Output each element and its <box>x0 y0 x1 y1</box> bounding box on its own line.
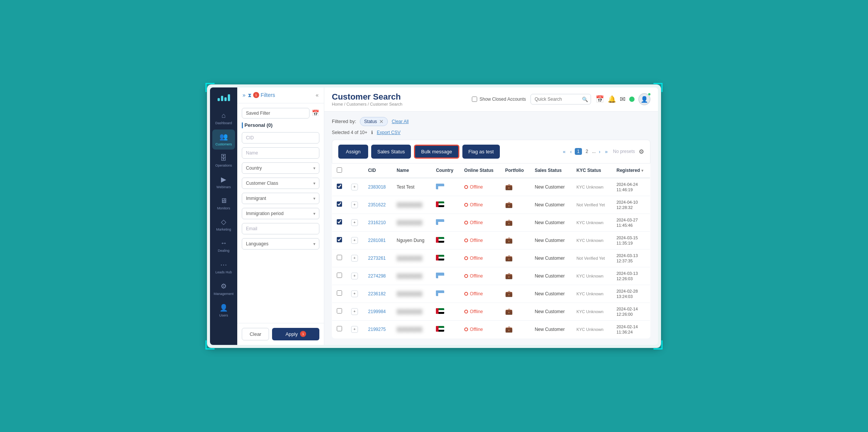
row-portfolio-cell[interactable]: 💼 <box>501 303 530 320</box>
assign-button[interactable]: Assign <box>338 145 368 159</box>
row-checkbox-cell[interactable] <box>332 214 347 231</box>
row-checkbox-cell[interactable] <box>332 267 347 285</box>
header-select-all[interactable] <box>332 164 347 178</box>
header-portfolio[interactable]: Portfolio <box>501 164 530 178</box>
expand-row-button[interactable]: + <box>351 219 358 226</box>
name-input[interactable] <box>242 147 319 159</box>
header-registered[interactable]: Registered ▾ <box>612 164 650 178</box>
expand-filters-button[interactable]: » <box>243 92 246 98</box>
row-checkbox-cell[interactable] <box>332 303 347 320</box>
row-checkbox[interactable] <box>337 290 342 296</box>
header-name[interactable]: Name <box>392 164 431 178</box>
row-checkbox-cell[interactable] <box>332 249 347 267</box>
select-all-checkbox[interactable] <box>337 167 342 173</box>
immigration-period-select[interactable]: Immigration period <box>242 208 319 219</box>
header-cid[interactable]: CID <box>364 164 392 178</box>
row-portfolio-cell[interactable]: 💼 <box>501 285 530 303</box>
row-expand-cell[interactable]: + <box>347 267 364 285</box>
first-page-button[interactable]: « <box>561 148 567 155</box>
row-expand-cell[interactable]: + <box>347 320 364 338</box>
row-checkbox-cell[interactable] <box>332 285 347 303</box>
sidebar-item-operations[interactable]: 🗄 Operations <box>212 151 235 171</box>
bulk-message-button[interactable]: Bulk message <box>414 145 459 159</box>
settings-gear-button[interactable]: ⚙ <box>639 148 644 155</box>
notifications-icon-button[interactable]: 🔔 <box>608 95 616 103</box>
row-expand-cell[interactable]: + <box>347 196 364 214</box>
cid-link[interactable]: 2199984 <box>368 309 386 314</box>
cid-link[interactable]: 2273261 <box>368 256 386 261</box>
clear-all-button[interactable]: Clear All <box>392 119 409 124</box>
row-checkbox-cell[interactable] <box>332 231 347 249</box>
sidebar-item-webinars[interactable]: ▶ Webinars <box>212 172 235 192</box>
sidebar-item-marketing[interactable]: ◇ Marketing <box>212 215 235 235</box>
row-expand-cell[interactable]: + <box>347 285 364 303</box>
cid-link[interactable]: 2316210 <box>368 220 386 225</box>
last-page-button[interactable]: » <box>604 148 609 155</box>
remove-filter-icon[interactable]: ✕ <box>379 119 384 124</box>
next-page-button[interactable]: › <box>597 148 602 155</box>
row-portfolio-cell[interactable]: 💼 <box>501 178 530 196</box>
row-checkbox[interactable] <box>337 184 342 189</box>
row-expand-cell[interactable]: + <box>347 178 364 196</box>
row-checkbox[interactable] <box>337 326 342 331</box>
sidebar-item-monitors[interactable]: 🖥 Monitors <box>212 194 235 214</box>
apply-button[interactable]: Apply 1 <box>272 328 319 340</box>
sidebar-item-management[interactable]: ⚙ Management <box>212 279 235 299</box>
row-portfolio-cell[interactable]: 💼 <box>501 231 530 249</box>
saved-filter-select[interactable]: Saved Filter <box>242 108 310 119</box>
immigrant-select[interactable]: Immigrant <box>242 193 319 204</box>
show-closed-checkbox[interactable] <box>472 97 477 102</box>
row-expand-cell[interactable]: + <box>347 231 364 249</box>
expand-row-button[interactable]: + <box>351 201 358 208</box>
cid-link[interactable]: 2236182 <box>368 291 386 296</box>
customer-class-select[interactable]: Customer Class <box>242 178 319 189</box>
header-online-status[interactable]: Online Status <box>460 164 501 178</box>
expand-row-button[interactable]: + <box>351 184 358 190</box>
row-expand-cell[interactable]: + <box>347 214 364 231</box>
row-checkbox[interactable] <box>337 273 342 278</box>
expand-row-button[interactable]: + <box>351 326 358 333</box>
messages-icon-button[interactable]: ✉ <box>620 95 625 103</box>
export-csv-button[interactable]: Export CSV <box>377 130 401 135</box>
cid-link[interactable]: 2281081 <box>368 238 386 243</box>
row-checkbox[interactable] <box>337 308 342 313</box>
cid-link[interactable]: 2199275 <box>368 327 386 332</box>
email-input[interactable] <box>242 223 319 234</box>
country-select[interactable]: Country <box>242 162 319 174</box>
sidebar-item-users[interactable]: 👤 Users <box>212 301 235 321</box>
sidebar-item-leads-hub[interactable]: ⋯ Leads Hub <box>212 257 235 278</box>
expand-row-button[interactable]: + <box>351 273 358 279</box>
row-checkbox-cell[interactable] <box>332 196 347 214</box>
calendar-icon-button[interactable]: 📅 <box>596 95 604 103</box>
row-expand-cell[interactable]: + <box>347 303 364 320</box>
expand-row-button[interactable]: + <box>351 290 358 297</box>
row-checkbox[interactable] <box>337 237 342 242</box>
expand-row-button[interactable]: + <box>351 308 358 315</box>
sidebar-item-dashboard[interactable]: ⌂ Dashboard <box>212 109 235 128</box>
row-expand-cell[interactable]: + <box>347 249 364 267</box>
row-checkbox[interactable] <box>337 219 342 225</box>
clear-button[interactable]: Clear <box>242 328 269 340</box>
row-checkbox-cell[interactable] <box>332 320 347 338</box>
calendar-button[interactable]: 📅 <box>312 109 319 117</box>
prev-page-button[interactable]: ‹ <box>569 148 573 155</box>
row-checkbox[interactable] <box>337 255 342 260</box>
filters-button[interactable]: ⧗ 1 Filters <box>248 92 275 98</box>
row-checkbox-cell[interactable] <box>332 178 347 196</box>
avatar-button[interactable]: 👤 <box>638 93 650 105</box>
expand-row-button[interactable]: + <box>351 237 358 244</box>
languages-select[interactable]: Languages <box>242 238 319 250</box>
sales-status-button[interactable]: Sales Status <box>371 145 411 159</box>
cid-link[interactable]: 2383018 <box>368 184 386 190</box>
sidebar-item-customers[interactable]: 👥 Customers <box>212 129 235 150</box>
page-1[interactable]: 1 <box>575 148 582 155</box>
header-country[interactable]: Country <box>431 164 460 178</box>
page-2[interactable]: 2 <box>583 148 591 155</box>
header-sales-status[interactable]: Sales Status <box>530 164 572 178</box>
row-portfolio-cell[interactable]: 💼 <box>501 249 530 267</box>
cid-link[interactable]: 2274298 <box>368 273 386 279</box>
row-portfolio-cell[interactable]: 💼 <box>501 320 530 338</box>
collapse-filter-button[interactable]: « <box>316 92 319 98</box>
sidebar-item-dealing[interactable]: ↔ Dealing <box>212 236 235 256</box>
cid-input[interactable] <box>242 132 319 143</box>
